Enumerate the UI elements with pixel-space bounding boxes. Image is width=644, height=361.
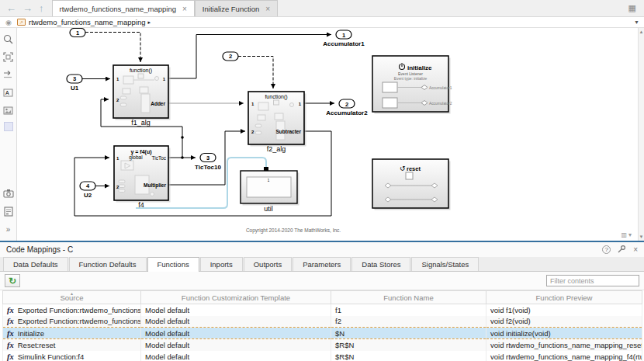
canvas-palette: A » <box>0 28 17 241</box>
function-icon: fx <box>7 352 14 361</box>
back-icon[interactable]: ← <box>6 3 16 13</box>
f2-header: function() <box>265 94 287 100</box>
acc1-number: 1 <box>342 32 345 39</box>
svg-text:A: A <box>5 90 9 95</box>
signal-routing-icon[interactable] <box>2 68 15 81</box>
from2-number: 2 <box>229 53 232 60</box>
scroll-up-icon[interactable]: ▲ <box>639 30 644 34</box>
initialize-subtitle1: Event Listener <box>398 71 423 76</box>
breadcrumb-expand-icon[interactable]: ▸ <box>148 19 151 26</box>
table-row[interactable]: fxExported Function:rtwdemo_functions_na… <box>3 316 642 328</box>
canvas-vertical-scrollbar[interactable]: ▲ ▼ <box>638 28 644 241</box>
col-function-name[interactable]: Function Name <box>331 291 486 304</box>
breadcrumb-dropdown-icon[interactable]: ▼ <box>634 19 644 25</box>
tab-model[interactable]: rtwdemo_functions_name_mapping × <box>52 0 195 16</box>
acc1-label: Accumulator1 <box>323 40 365 47</box>
col-source[interactable]: ▴Source <box>3 291 141 304</box>
initialize-title: initialize <box>407 64 432 71</box>
initialize-row1-label: Accumulator1 <box>429 86 452 90</box>
table-row-selected[interactable]: fxInitialize Model default $N void initi… <box>3 328 642 339</box>
acc2-number: 2 <box>345 101 348 108</box>
tab-function-defaults[interactable]: Function Defaults <box>69 257 147 271</box>
f2-subtracter-label: Subtracter <box>275 129 301 134</box>
f2-name: f2_alg <box>267 145 286 153</box>
functions-table: ▴Source Function Customization Template … <box>2 290 642 361</box>
breadcrumb-bar: ◉ ↗ rtwdemo_functions_name_mapping ▸ ▼ <box>0 17 644 28</box>
forward-icon[interactable]: → <box>23 3 33 13</box>
f4-tictoc-label: TicToc <box>151 155 166 161</box>
simulink-window: ← → ↑ rtwdemo_functions_name_mapping × I… <box>0 0 644 361</box>
tictoc10-number: 3 <box>206 154 209 161</box>
up-icon[interactable]: ↑ <box>39 3 44 13</box>
tab-bar: ← → ↑ rtwdemo_functions_name_mapping × I… <box>0 0 644 17</box>
tictoc10-label: TicToc10 <box>195 164 221 171</box>
junction-dot <box>181 136 184 139</box>
tab-data-defaults[interactable]: Data Defaults <box>3 257 68 271</box>
pin-icon[interactable] <box>618 245 626 255</box>
acc2-label: Accumulator2 <box>326 109 368 116</box>
panel-title: Code Mappings - C <box>6 245 73 254</box>
close-panel-icon[interactable]: × <box>633 245 638 254</box>
u1-number: 3 <box>73 75 76 82</box>
f4-global-label: global <box>129 154 143 161</box>
function-icon: fx <box>7 329 14 338</box>
tab-inports[interactable]: Inports <box>200 257 243 271</box>
refresh-button[interactable]: ↻ <box>5 274 20 287</box>
tab-outports[interactable]: Outports <box>244 257 292 271</box>
scroll-down-icon[interactable]: ▼ <box>639 234 644 239</box>
tab-initialize-label: Initialize Function <box>203 5 259 13</box>
palette-expand-icon[interactable]: » <box>2 223 15 235</box>
table-row[interactable]: fxExported Function:rtwdemo_functions_na… <box>3 304 642 316</box>
table-row[interactable]: fxReset:reset Model default $R$N void rt… <box>3 339 642 351</box>
col-template[interactable]: Function Customization Template <box>141 291 331 304</box>
f4-multiplier-label: Multiplier <box>144 182 166 189</box>
tab-signals-states[interactable]: Signals/States <box>411 257 479 271</box>
code-mappings-panel: Code Mappings - C ? × Data Defaults Func… <box>0 241 644 361</box>
keyboard-shortcuts-icon[interactable]: ▦ <box>628 3 636 13</box>
f2-alg-block[interactable]: function() 1 2 1 Subtracter f2_alg <box>248 92 306 153</box>
initialize-subtitle2: Event type: initialize <box>394 77 428 81</box>
filter-input[interactable] <box>546 275 639 286</box>
trigger-line-f2[interactable] <box>238 57 273 89</box>
canvas-corner-controls[interactable]: ▥▾ <box>621 231 633 238</box>
help-icon[interactable]: ? <box>602 245 611 254</box>
report-icon[interactable] <box>2 205 15 217</box>
model-icon: ↗ <box>17 19 26 26</box>
tab-parameters[interactable]: Parameters <box>293 257 351 271</box>
f4-name: f4 <box>138 201 144 209</box>
from1-number: 1 <box>76 30 79 36</box>
trigger-line-f1[interactable] <box>85 33 140 63</box>
table-row[interactable]: fxSimulink Function:f4 Model default $R$… <box>3 351 642 361</box>
f4-block[interactable]: y = f4(u) global 1 2 TicToc Multiplier f… <box>114 146 171 209</box>
f1-header: function() <box>130 68 152 74</box>
explorer-toggle-icon[interactable]: ◉ <box>0 19 17 26</box>
f1-alg-block[interactable]: function() 1 2 1 Adder f1_alg <box>113 65 171 127</box>
zoom-icon[interactable] <box>2 33 15 45</box>
f1-name: f1_alg <box>131 119 151 127</box>
tab-functions[interactable]: Functions <box>147 257 199 272</box>
close-icon[interactable]: × <box>182 5 187 13</box>
u1-label: U1 <box>71 85 79 92</box>
image-icon[interactable] <box>2 104 15 116</box>
reset-block[interactable]: ↺ reset <box>372 159 451 210</box>
table-header-row: ▴Source Function Customization Template … <box>3 291 642 304</box>
junction-dot <box>181 156 184 159</box>
initialize-row2-label: Accumulator2 <box>429 102 452 106</box>
copyright-text: Copyright 2014-2020 The MathWorks, Inc. <box>246 227 341 234</box>
camera-icon[interactable] <box>2 187 15 200</box>
util-block[interactable]: 1 util <box>241 171 299 213</box>
fit-to-view-icon[interactable] <box>2 50 15 63</box>
tab-data-stores[interactable]: Data Stores <box>351 257 410 271</box>
breadcrumb[interactable]: rtwdemo_functions_name_mapping <box>29 18 146 26</box>
annotation-icon[interactable]: A <box>2 86 15 99</box>
close-icon[interactable]: × <box>265 5 270 13</box>
palette-color-swatch[interactable] <box>4 122 13 131</box>
tab-initialize-function[interactable]: Initialize Function × <box>195 0 278 16</box>
reset-title: reset <box>407 165 421 172</box>
initialize-block[interactable]: initialize Event Listener Event type: in… <box>372 56 452 114</box>
u2-label: U2 <box>84 192 92 199</box>
model-canvas[interactable]: function() 1 2 1 Adder f1_alg <box>17 28 638 241</box>
code-mappings-tabs: Data Defaults Function Defaults Function… <box>0 257 644 272</box>
function-icon: fx <box>7 341 14 349</box>
col-function-preview[interactable]: Function Preview <box>486 291 642 304</box>
